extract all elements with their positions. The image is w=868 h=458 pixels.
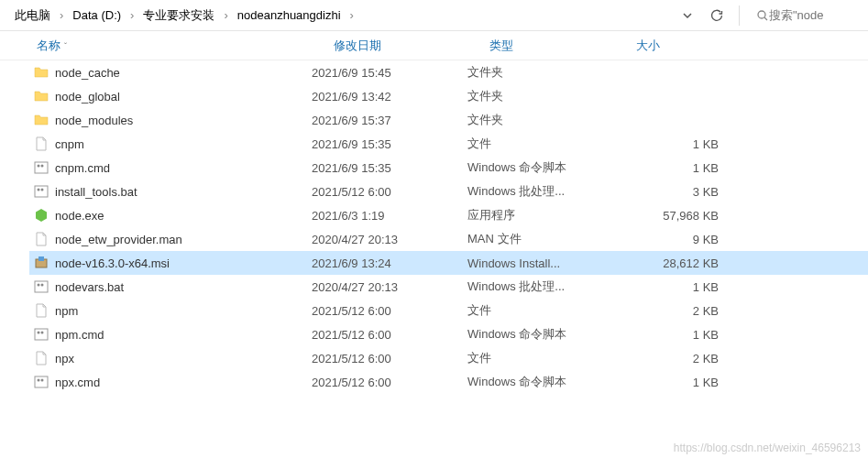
- file-date: 2021/6/9 15:45: [304, 66, 460, 80]
- file-name-cell: node_modules: [33, 112, 304, 128]
- file-date: 2021/5/12 6:00: [304, 376, 460, 389]
- refresh-icon[interactable]: [706, 5, 728, 27]
- svg-rect-15: [35, 376, 48, 387]
- file-row[interactable]: npm2021/5/12 6:00文件2 KB: [29, 299, 868, 322]
- column-size[interactable]: 大小: [629, 38, 748, 54]
- file-name-cell: npx: [33, 350, 304, 366]
- file-type: 文件: [460, 136, 607, 152]
- file-date: 2020/4/27 20:13: [304, 280, 460, 294]
- file-size: 1 KB: [607, 328, 726, 342]
- file-row[interactable]: cnpm.cmd2021/6/9 15:35Windows 命令脚本1 KB: [29, 156, 868, 180]
- file-row[interactable]: cnpm2021/6/9 15:35文件1 KB: [29, 132, 868, 156]
- file-date: 2021/6/9 15:37: [304, 114, 460, 127]
- search-box[interactable]: [751, 8, 861, 22]
- file-row[interactable]: npx2021/5/12 6:00文件2 KB: [29, 346, 868, 370]
- file-row[interactable]: install_tools.bat2021/5/12 6:00Windows 批…: [29, 180, 868, 203]
- file-row[interactable]: nodevars.bat2020/4/27 20:13Windows 批处理..…: [29, 275, 868, 299]
- file-name: node_etw_provider.man: [55, 233, 182, 246]
- sort-indicator-icon: ˇ: [64, 41, 67, 50]
- toolbar: 此电脑›Data (D:)›专业要求安装›nodeanzhuangdizhi›: [0, 0, 868, 31]
- file-date: 2021/5/12 6:00: [304, 352, 460, 365]
- toolbar-controls: [676, 5, 861, 27]
- column-name[interactable]: 名称ˇ: [29, 38, 326, 54]
- file-size: 1 KB: [607, 376, 726, 389]
- svg-point-6: [41, 189, 44, 191]
- svg-point-11: [41, 284, 44, 287]
- column-headers: 名称ˇ 修改日期 类型 大小: [0, 31, 868, 60]
- file-size: 9 KB: [607, 233, 726, 246]
- file-size: 28,612 KB: [607, 256, 726, 270]
- svg-rect-12: [35, 329, 48, 340]
- file-name: node_modules: [55, 114, 133, 127]
- file-type: Windows Install...: [460, 256, 607, 270]
- svg-point-2: [38, 165, 40, 168]
- file-type: 文件: [460, 350, 607, 366]
- file-name: npm.cmd: [55, 328, 104, 342]
- file-name: npm: [55, 304, 78, 318]
- file-date: 2021/6/9 15:35: [304, 161, 460, 175]
- svg-rect-8: [38, 256, 44, 261]
- file-row[interactable]: node_etw_provider.man2020/4/27 20:13MAN …: [29, 227, 868, 251]
- column-date[interactable]: 修改日期: [326, 38, 482, 54]
- file-date: 2021/6/9 15:35: [304, 137, 460, 151]
- file-type: Windows 批处理...: [460, 183, 607, 200]
- file-list: node_cache2021/6/9 15:45文件夹node_global20…: [0, 60, 868, 394]
- file-size: 57,968 KB: [607, 209, 726, 223]
- file-icon: [33, 302, 49, 319]
- file-row[interactable]: node_global2021/6/9 13:42文件夹: [29, 84, 868, 108]
- file-name: npx.cmd: [55, 376, 100, 389]
- folder-icon: [33, 88, 49, 104]
- file-date: 2021/5/12 6:00: [304, 328, 460, 342]
- file-row[interactable]: npx.cmd2021/5/12 6:00Windows 命令脚本1 KB: [29, 370, 868, 394]
- file-name: npx: [55, 352, 74, 365]
- file-type: 文件夹: [460, 112, 607, 128]
- folder-icon: [33, 112, 49, 128]
- breadcrumb-item[interactable]: 专业要求安装: [139, 5, 218, 26]
- search-input[interactable]: [769, 8, 842, 22]
- file-row[interactable]: node.exe2021/6/3 1:19应用程序57,968 KB: [29, 203, 868, 227]
- file-date: 2020/4/27 20:13: [304, 233, 460, 246]
- chevron-right-icon: ›: [58, 8, 65, 22]
- file-row[interactable]: node_modules2021/6/9 15:37文件夹: [29, 108, 868, 132]
- file-type: Windows 命令脚本: [460, 326, 607, 343]
- cmd-icon: [33, 183, 49, 200]
- file-name-cell: node_global: [33, 88, 304, 104]
- file-name-cell: cnpm.cmd: [33, 159, 304, 176]
- file-name: nodevars.bat: [55, 280, 124, 294]
- svg-rect-1: [35, 162, 48, 173]
- column-type[interactable]: 类型: [482, 38, 629, 54]
- file-name-cell: install_tools.bat: [33, 183, 304, 200]
- file-name-cell: npm: [33, 302, 304, 319]
- chevron-right-icon: ›: [128, 8, 136, 22]
- svg-point-5: [38, 189, 40, 191]
- chevron-right-icon: ›: [348, 8, 356, 22]
- breadcrumb-item[interactable]: Data (D:): [69, 6, 125, 24]
- file-date: 2021/6/9 13:24: [304, 256, 460, 270]
- file-size: 3 KB: [607, 185, 726, 199]
- cmd-icon: [33, 159, 49, 176]
- file-icon: [33, 136, 49, 152]
- divider: [739, 5, 740, 26]
- file-row[interactable]: node_cache2021/6/9 15:45文件夹: [29, 60, 868, 84]
- chevron-right-icon: ›: [222, 8, 229, 22]
- file-row[interactable]: node-v16.3.0-x64.msi2021/6/9 13:24Window…: [29, 251, 868, 275]
- svg-point-10: [38, 284, 40, 287]
- file-name-cell: node-v16.3.0-x64.msi: [33, 255, 304, 271]
- file-name: cnpm: [55, 137, 84, 151]
- file-name: node_global: [55, 90, 120, 104]
- file-type: Windows 命令脚本: [460, 159, 607, 176]
- breadcrumb-item[interactable]: 此电脑: [11, 5, 54, 26]
- file-date: 2021/6/9 13:42: [304, 90, 460, 104]
- svg-point-14: [41, 332, 44, 334]
- file-name: node_cache: [55, 66, 120, 80]
- file-name: node.exe: [55, 209, 104, 223]
- file-name-cell: npm.cmd: [33, 326, 304, 343]
- history-dropdown-icon[interactable]: [676, 5, 698, 27]
- file-type: MAN 文件: [460, 231, 607, 247]
- file-name-cell: node_cache: [33, 64, 304, 81]
- breadcrumb-item[interactable]: nodeanzhuangdizhi: [234, 6, 345, 24]
- file-type: 文件夹: [460, 88, 607, 104]
- file-date: 2021/5/12 6:00: [304, 185, 460, 199]
- file-row[interactable]: npm.cmd2021/5/12 6:00Windows 命令脚本1 KB: [29, 322, 868, 346]
- file-name: node-v16.3.0-x64.msi: [55, 256, 170, 270]
